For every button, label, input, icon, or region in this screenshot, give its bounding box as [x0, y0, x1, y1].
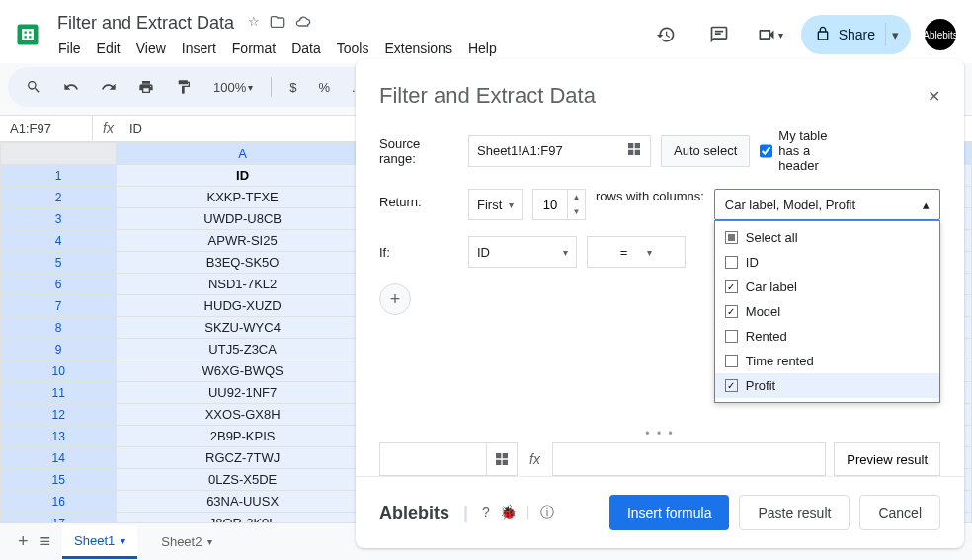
bug-icon[interactable]: 🐞: [500, 504, 517, 521]
currency-button[interactable]: $: [284, 76, 302, 99]
spin-up-icon[interactable]: ▲: [568, 190, 585, 204]
undo-icon[interactable]: [57, 75, 85, 99]
share-caret-icon[interactable]: ▾: [885, 23, 905, 46]
if-operator-select[interactable]: =▾: [587, 236, 686, 268]
dropdown-option[interactable]: Car label: [715, 275, 939, 299]
auto-select-button[interactable]: Auto select: [661, 135, 750, 167]
sheet-tab-caret-icon[interactable]: ▾: [121, 535, 125, 546]
preview-cell-ref[interactable]: [379, 442, 518, 476]
menu-view[interactable]: View: [129, 38, 173, 59]
share-button[interactable]: Share ▾: [801, 15, 911, 54]
meet-icon[interactable]: ▾: [753, 15, 787, 54]
spin-down-icon[interactable]: ▼: [568, 204, 585, 219]
select-all-cell[interactable]: [1, 143, 117, 165]
sheets-logo[interactable]: [8, 15, 47, 54]
header-checkbox-input[interactable]: [760, 144, 772, 158]
redo-icon[interactable]: [95, 75, 122, 99]
columns-multiselect[interactable]: Car label, Model, Profit ▴ Select allIDC…: [714, 189, 940, 220]
dropdown-option[interactable]: Time rented: [715, 349, 939, 373]
row-header[interactable]: 3: [1, 208, 117, 230]
search-icon[interactable]: [20, 75, 47, 99]
percent-button[interactable]: %: [312, 76, 336, 99]
cell[interactable]: NSD1-7KL2: [117, 274, 368, 295]
menu-format[interactable]: Format: [225, 38, 283, 59]
cell[interactable]: KXKP-TFXE: [117, 187, 368, 208]
dropdown-option[interactable]: Rented: [715, 324, 939, 349]
return-count-field[interactable]: [533, 190, 567, 219]
header-cell[interactable]: ID: [117, 165, 368, 187]
paste-result-button[interactable]: Paste result: [739, 495, 850, 530]
dropdown-option[interactable]: ID: [715, 250, 939, 275]
grid-picker-icon[interactable]: [626, 141, 642, 160]
menu-help[interactable]: Help: [461, 38, 504, 59]
row-header[interactable]: 11: [1, 382, 117, 404]
move-icon[interactable]: [270, 14, 285, 33]
row-header[interactable]: 15: [1, 469, 117, 491]
help-icon[interactable]: ?: [482, 504, 490, 521]
cell[interactable]: SKZU-WYC4: [117, 317, 368, 339]
cloud-status-icon[interactable]: [295, 14, 311, 33]
if-field-select[interactable]: ID▾: [468, 236, 577, 268]
sheet-tab[interactable]: Sheet2 ▾: [149, 526, 224, 557]
cell[interactable]: APWR-SI25: [117, 230, 368, 252]
dropdown-option[interactable]: Select all: [715, 225, 939, 250]
dropdown-option[interactable]: Model: [715, 299, 939, 324]
menu-file[interactable]: File: [51, 38, 88, 59]
dropdown-option[interactable]: Profit: [715, 373, 939, 398]
cell[interactable]: UTJ5-Z3CA: [117, 339, 368, 360]
name-box[interactable]: A1:F97: [0, 116, 93, 141]
menu-extensions[interactable]: Extensions: [377, 38, 458, 59]
add-sheet-button[interactable]: +: [18, 531, 29, 552]
cell[interactable]: 2B9P-KPIS: [117, 426, 368, 447]
row-header[interactable]: 4: [1, 230, 117, 252]
row-header[interactable]: 14: [1, 447, 117, 469]
row-header[interactable]: 12: [1, 404, 117, 426]
doc-title[interactable]: Filter and Extract Data: [51, 11, 240, 36]
cell[interactable]: RGCZ-7TWJ: [117, 447, 368, 469]
close-icon[interactable]: ✕: [928, 87, 940, 106]
row-header[interactable]: 1: [1, 165, 117, 187]
print-icon[interactable]: [132, 75, 160, 99]
cell[interactable]: W6XG-BWQS: [117, 360, 368, 382]
menu-edit[interactable]: Edit: [90, 38, 127, 59]
source-range-input[interactable]: Sheet1!A1:F97: [468, 135, 651, 167]
all-sheets-button[interactable]: ≡: [40, 531, 51, 552]
menu-data[interactable]: Data: [284, 38, 328, 59]
grid-picker-icon[interactable]: [487, 451, 517, 467]
sheet-tab-active[interactable]: Sheet1 ▾: [62, 525, 137, 559]
menu-insert[interactable]: Insert: [175, 38, 223, 59]
cell[interactable]: UU92-1NF7: [117, 382, 368, 404]
preview-formula-box[interactable]: [552, 442, 826, 476]
header-checkbox[interactable]: My table has a header: [760, 128, 839, 173]
star-icon[interactable]: ☆: [248, 14, 260, 33]
menu-tools[interactable]: Tools: [330, 38, 376, 59]
comment-icon[interactable]: [699, 15, 739, 54]
zoom-select[interactable]: 100% ▾: [207, 76, 259, 99]
preview-result-button[interactable]: Preview result: [834, 442, 940, 476]
cancel-button[interactable]: Cancel: [859, 495, 940, 530]
row-header[interactable]: 10: [1, 360, 117, 382]
return-mode-select[interactable]: First▾: [468, 189, 523, 220]
cell[interactable]: 0LZS-X5DE: [117, 469, 368, 491]
cell[interactable]: 63NA-UUSX: [117, 491, 368, 513]
row-header[interactable]: 16: [1, 491, 117, 513]
paint-format-icon[interactable]: [170, 75, 198, 99]
history-icon[interactable]: [646, 15, 686, 54]
return-count-input[interactable]: ▲▼: [532, 189, 586, 220]
cell[interactable]: XXOS-GX8H: [117, 404, 368, 426]
row-header[interactable]: 7: [1, 295, 117, 317]
row-header[interactable]: 9: [1, 339, 117, 360]
row-header[interactable]: 8: [1, 317, 117, 339]
row-header[interactable]: 13: [1, 426, 117, 447]
col-header[interactable]: A: [117, 143, 368, 165]
cell[interactable]: UWDP-U8CB: [117, 208, 368, 230]
cell[interactable]: B3EQ-SK5O: [117, 252, 368, 274]
cell[interactable]: HUDG-XUZD: [117, 295, 368, 317]
row-header[interactable]: 2: [1, 187, 117, 208]
row-header[interactable]: 6: [1, 274, 117, 295]
account-avatar[interactable]: Ablebits: [925, 19, 956, 50]
insert-formula-button[interactable]: Insert formula: [609, 495, 730, 530]
info-icon[interactable]: ⓘ: [540, 504, 554, 521]
add-condition-button[interactable]: +: [379, 283, 411, 315]
row-header[interactable]: 5: [1, 252, 117, 274]
